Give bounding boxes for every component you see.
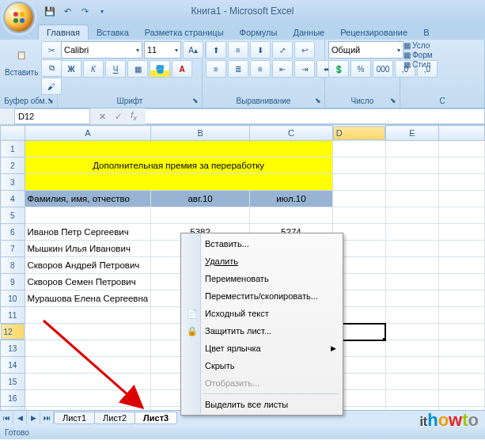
tab-home[interactable]: Главная — [38, 25, 89, 40]
cell[interactable] — [25, 340, 151, 357]
ctx-source[interactable]: 📄Исходный текст — [183, 305, 341, 322]
col-header-D[interactable]: D — [333, 126, 385, 140]
orientation-button[interactable]: ⤢ — [272, 41, 293, 59]
cell[interactable] — [438, 257, 484, 274]
cell-styles-icon[interactable]: ▦ — [404, 60, 411, 69]
ctx-rename[interactable]: Переименовать — [183, 270, 341, 287]
row-header[interactable]: 1 — [1, 141, 25, 158]
cell[interactable] — [151, 207, 250, 224]
align-left-button[interactable]: ≡ — [206, 60, 226, 78]
row-header[interactable]: 16 — [1, 390, 25, 407]
cell[interactable] — [438, 224, 484, 241]
border-button[interactable]: ▦ — [127, 60, 148, 78]
cell[interactable]: Мурашова Елена Сергеевна — [25, 290, 151, 307]
cell[interactable]: Скворов Семен Петрович — [25, 274, 151, 290]
row-header[interactable]: 9 — [1, 274, 25, 290]
qat-dropdown-icon[interactable]: ▾ — [95, 4, 109, 18]
align-right-button[interactable]: ≡ — [250, 60, 271, 78]
cell[interactable] — [438, 241, 484, 257]
prev-sheet-icon[interactable]: ◀ — [13, 412, 27, 424]
select-all-corner[interactable] — [1, 126, 25, 141]
row-header[interactable]: 7 — [1, 241, 25, 257]
cell[interactable] — [25, 174, 332, 191]
row-header[interactable]: 11 — [1, 307, 25, 324]
name-box[interactable]: D12 — [14, 108, 90, 124]
wrap-text-button[interactable]: ↩ — [294, 41, 315, 59]
clipboard-launcher-icon[interactable]: ⬊ — [46, 97, 55, 106]
cond-format-icon[interactable]: ▦ — [404, 41, 411, 50]
tab-data[interactable]: Данные — [285, 25, 332, 40]
tab-insert[interactable]: Вставка — [89, 25, 137, 40]
cell[interactable] — [438, 307, 484, 324]
cell[interactable] — [332, 174, 385, 191]
cell[interactable] — [25, 374, 151, 390]
row-header[interactable]: 17 — [1, 407, 25, 411]
cell[interactable] — [385, 257, 438, 274]
fx-icon[interactable]: fx — [127, 109, 141, 123]
last-sheet-icon[interactable]: ⏭ — [40, 412, 54, 424]
cell[interactable] — [438, 207, 484, 224]
font-name-select[interactable]: Calibri — [61, 41, 142, 59]
row-header[interactable]: 10 — [1, 290, 25, 307]
cell[interactable] — [438, 324, 484, 340]
cell[interactable] — [438, 158, 484, 174]
cell[interactable] — [438, 340, 484, 357]
cell[interactable] — [385, 407, 438, 411]
ctx-protect[interactable]: 🔒Защитить лист... — [183, 322, 341, 340]
row-header[interactable]: 5 — [1, 207, 25, 224]
align-top-button[interactable]: ⬆ — [206, 41, 226, 59]
enter-icon[interactable]: ✓ — [111, 109, 125, 123]
cell[interactable] — [332, 158, 385, 174]
row-header[interactable]: 2 — [1, 158, 25, 174]
save-icon[interactable]: 💾 — [43, 4, 57, 18]
paste-button[interactable]: 📋 Вставить — [3, 41, 40, 78]
col-header-E[interactable]: E — [385, 126, 438, 141]
italic-button[interactable]: К — [83, 60, 104, 78]
cell[interactable] — [385, 340, 438, 357]
row-header[interactable]: 4 — [1, 191, 25, 207]
indent-dec-button[interactable]: ⇤ — [272, 60, 293, 78]
cell[interactable] — [385, 191, 438, 207]
tab-view[interactable]: В — [415, 25, 437, 40]
cell[interactable] — [385, 207, 438, 224]
tab-layout[interactable]: Разметка страницы — [137, 25, 232, 40]
cell[interactable] — [438, 274, 484, 290]
ctx-color[interactable]: Цвет ярлычка▶ — [183, 340, 341, 357]
cell[interactable]: июл.10 — [250, 191, 333, 207]
cell[interactable] — [385, 374, 438, 390]
redo-icon[interactable]: ↷ — [78, 4, 92, 18]
cell[interactable] — [438, 357, 484, 374]
cell[interactable]: авг.10 — [151, 191, 250, 207]
cell[interactable] — [385, 274, 438, 290]
fill-color-button[interactable]: 🪣 — [150, 60, 170, 78]
sheet-tab-1[interactable]: Лист1 — [54, 412, 95, 424]
cell[interactable] — [385, 357, 438, 374]
cell[interactable] — [385, 290, 438, 307]
currency-button[interactable]: 💲 — [328, 60, 349, 78]
cell[interactable] — [438, 174, 484, 191]
format-table-icon[interactable]: ▦ — [404, 51, 411, 59]
align-bottom-button[interactable]: ⬇ — [250, 41, 271, 59]
cell[interactable] — [25, 407, 151, 411]
cell[interactable] — [332, 207, 385, 224]
cell[interactable] — [385, 390, 438, 407]
indent-inc-button[interactable]: ⇥ — [294, 60, 315, 78]
cell[interactable] — [438, 290, 484, 307]
next-sheet-icon[interactable]: ▶ — [27, 412, 40, 424]
row-header[interactable]: 12 — [1, 324, 25, 340]
row-header[interactable]: 3 — [1, 174, 25, 191]
row-header[interactable]: 15 — [1, 374, 25, 390]
cell[interactable] — [25, 390, 151, 407]
cell[interactable] — [385, 158, 438, 174]
font-size-select[interactable]: 11 — [144, 41, 181, 59]
ctx-delete[interactable]: Удалить — [183, 252, 341, 270]
cell[interactable] — [438, 374, 484, 390]
cell[interactable] — [438, 191, 484, 207]
cell[interactable] — [25, 324, 151, 340]
tab-review[interactable]: Рецензирование — [332, 25, 415, 40]
cell[interactable] — [438, 141, 484, 158]
col-header-A[interactable]: A — [25, 126, 151, 141]
cell[interactable] — [438, 407, 484, 411]
col-header-B[interactable]: B — [151, 126, 250, 141]
row-header[interactable]: 14 — [1, 357, 25, 374]
